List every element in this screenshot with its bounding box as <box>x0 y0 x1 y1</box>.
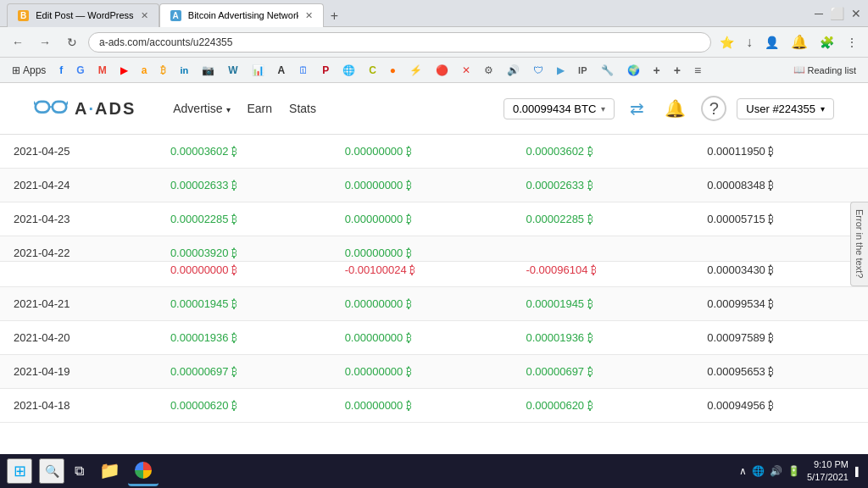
header-right: 0.00099434 BTC ▾ ⇄ 🔔 ? User #224355 ▾ <box>504 96 834 121</box>
taskbar-app-explorer[interactable]: 📁 <box>94 456 125 486</box>
bookmark-youtube[interactable]: ▶ <box>115 63 133 78</box>
bookmark-globe[interactable]: 🌍 <box>622 63 645 78</box>
notification-bell-button[interactable]: 🔔 <box>659 97 691 120</box>
user-menu-button[interactable]: User #224355 ▾ <box>737 98 834 119</box>
nav-advertise[interactable]: Advertise ▾ <box>173 102 230 115</box>
bookmark-btc[interactable]: ₿ <box>155 63 171 78</box>
row-earned: 0.00003920 ₿ <box>157 236 331 262</box>
minimize-button[interactable]: ─ <box>815 7 823 20</box>
taskbar-app-chrome[interactable]: ○ <box>128 456 159 486</box>
feedback-label: Error in the text? <box>854 209 865 278</box>
tab2-close[interactable]: ✕ <box>305 10 313 21</box>
row-referral: 0.00000000 ₿ <box>331 236 513 262</box>
volume-icon[interactable]: 🔊 <box>770 465 782 477</box>
bookmark-star-icon[interactable]: ⭐ <box>716 34 737 51</box>
refresh-button[interactable]: ↻ <box>61 31 83 53</box>
user-dropdown-icon: ▾ <box>821 104 825 114</box>
bookmark-wordpress[interactable]: W <box>223 63 242 78</box>
start-button[interactable]: ⊞ <box>7 458 32 484</box>
tab-wordpress[interactable]: B Edit Post — WordPress ✕ <box>7 3 159 27</box>
title-bar: B Edit Post — WordPress ✕ A Bitcoin Adve… <box>0 0 868 27</box>
tab2-favicon: A <box>170 10 181 21</box>
row-balance: 0.00094956 ₿ <box>693 389 868 423</box>
row-referral: 0.00000000 ₿ <box>331 321 513 355</box>
taskbar-apps: 📁 ○ <box>94 456 732 486</box>
bookmark-shield[interactable]: 🛡 <box>528 63 548 78</box>
table-row: 2021-04-23 0.00002285 ₿ 0.00000000 ₿ 0.0… <box>0 202 868 236</box>
new-tab-button[interactable]: + <box>324 5 345 27</box>
feedback-tab[interactable]: Error in the text? <box>850 202 868 286</box>
bookmark-pinterest[interactable]: P <box>317 63 334 78</box>
battery-icon[interactable]: 🔋 <box>787 465 800 477</box>
nav-stats[interactable]: Stats <box>289 102 316 115</box>
balance-dropdown-icon: ▾ <box>601 104 605 114</box>
bookmark-x[interactable]: ✕ <box>457 63 476 78</box>
close-window-button[interactable]: ✕ <box>851 7 861 20</box>
nav-earn[interactable]: Earn <box>248 102 273 115</box>
bookmark-apps[interactable]: ⊞ Apps <box>7 63 51 78</box>
bookmark-amazon[interactable]: a <box>136 63 153 78</box>
help-icon-button[interactable]: ? <box>701 96 726 121</box>
menu-icon[interactable]: ⋮ <box>843 34 861 51</box>
bookmark-ip[interactable]: IP <box>573 64 592 77</box>
row-balance: 0.00095653 ₿ <box>693 355 868 389</box>
table-row-multi: 0.00000000 ₿ -0.00100024 ₿ -0.00096104 ₿… <box>0 262 868 287</box>
bookmark-google[interactable]: G <box>71 63 89 78</box>
row-net: 0.00000620 ₿ <box>512 389 693 423</box>
taskbar-time-value: 9:10 PM <box>807 458 849 471</box>
taskbar-clock[interactable]: 9:10 PM 5/17/2021 <box>807 458 849 485</box>
taskbar-date-value: 5/17/2021 <box>807 471 849 484</box>
restore-button[interactable]: ⬜ <box>830 7 844 20</box>
bookmark-menu[interactable]: ≡ <box>689 62 706 79</box>
bookmark-plus2[interactable]: + <box>669 62 686 79</box>
bookmark-calendar[interactable]: 🗓 <box>293 63 314 78</box>
bookmark-wrench[interactable]: 🔧 <box>596 63 619 78</box>
bookmark-a[interactable]: A <box>273 63 291 78</box>
show-desktop-button[interactable]: ▌ <box>855 467 861 476</box>
bookmark-c[interactable]: C <box>364 63 381 78</box>
balance-button[interactable]: 0.00099434 BTC ▾ <box>504 98 615 119</box>
row-net: 0.00000697 ₿ <box>512 355 693 389</box>
wrench-icon: 🔧 <box>601 64 614 76</box>
taskbar-search-button[interactable]: 🔍 <box>39 458 64 484</box>
bookmark-analytics[interactable]: 📊 <box>247 63 270 78</box>
profile-icon[interactable]: 👤 <box>761 34 782 51</box>
task-view-button[interactable]: ⧉ <box>71 460 87 482</box>
transfer-icon-button[interactable]: ⇄ <box>625 97 649 120</box>
a-icon: A <box>278 64 286 76</box>
tab-aads[interactable]: A Bitcoin Advertising Network | A-… ✕ <box>159 3 324 27</box>
bookmark-plus1[interactable]: + <box>648 62 665 79</box>
row-balance: 0.00003430 ₿ <box>693 262 868 287</box>
bookmark-gmail[interactable]: M <box>93 63 112 78</box>
address-bar[interactable]: a-ads.com/accounts/u224355 <box>88 32 711 53</box>
svg-rect-1 <box>53 102 66 113</box>
extension-icon[interactable]: 🧩 <box>816 34 837 51</box>
row-referral: 0.00000000 ₿ <box>331 287 513 321</box>
bookmark-speaker[interactable]: 🔊 <box>502 63 525 78</box>
forward-button[interactable]: → <box>34 31 56 53</box>
back-button[interactable]: ← <box>7 31 29 53</box>
bookmark-play[interactable]: ▶ <box>552 63 570 78</box>
reading-list-icon: 📖 <box>793 64 805 75</box>
bookmark-settings[interactable]: ⚙ <box>479 63 498 78</box>
table-row: 2021-04-25 0.00003602 ₿ 0.00000000 ₿ 0.0… <box>0 135 868 169</box>
reading-list-button[interactable]: 📖 Reading list <box>788 63 861 77</box>
row-net: 0.00002285 ₿ <box>512 202 693 236</box>
bookmark-linkedin[interactable]: in <box>175 64 193 77</box>
ip-icon: IP <box>578 65 587 75</box>
svg-rect-0 <box>36 102 49 113</box>
pinterest-icon: P <box>322 64 329 76</box>
bookmark-instagram[interactable]: 📷 <box>197 63 220 78</box>
bookmark-circle[interactable]: ● <box>385 63 401 78</box>
logo-svg <box>34 93 68 124</box>
bookmark-red-icon[interactable]: 🔴 <box>431 63 453 78</box>
bookmark-web[interactable]: 🌐 <box>337 63 360 78</box>
bookmark-facebook[interactable]: f <box>54 63 68 78</box>
tab1-close[interactable]: ✕ <box>141 10 148 21</box>
network-icon[interactable]: 🌐 <box>752 465 765 477</box>
download-icon[interactable]: ↓ <box>743 33 756 52</box>
notification-icon[interactable]: 🔔 <box>787 32 811 52</box>
up-arrow-icon[interactable]: ∧ <box>739 465 747 477</box>
bookmark-lightning[interactable]: ⚡ <box>404 63 427 78</box>
row-balance: 0.00099534 ₿ <box>693 287 868 321</box>
